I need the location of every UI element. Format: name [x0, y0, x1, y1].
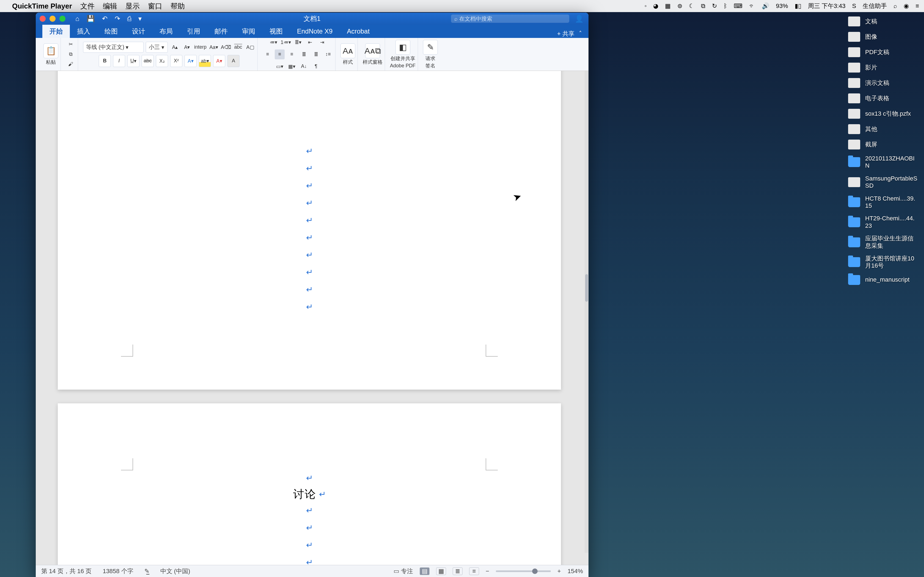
tab-review[interactable]: 审阅 — [235, 25, 262, 38]
qat-more-icon[interactable]: ▾ — [138, 15, 142, 23]
phonetic-icon[interactable]: abc — [233, 42, 243, 52]
desktop-item[interactable]: 文稿 — [848, 16, 919, 26]
bluetooth-icon[interactable]: ᛒ — [724, 2, 727, 10]
fullscreen-window-button[interactable] — [60, 16, 65, 22]
grid-icon[interactable]: ▦ — [665, 2, 671, 10]
copy-icon[interactable]: ⧉ — [66, 50, 76, 59]
italic-button[interactable]: I — [113, 55, 125, 67]
scroll-thumb[interactable] — [585, 274, 588, 302]
spotlight-icon[interactable]: ⌕ — [893, 2, 897, 10]
styles-pane-button[interactable]: Aᴀ⧉ — [365, 44, 380, 58]
char-border-icon[interactable]: A▢ — [245, 42, 255, 52]
desktop-item[interactable]: HT29-Chemi....44.23 — [848, 215, 919, 229]
control-center-icon[interactable]: ≡ — [916, 2, 919, 10]
format-painter-icon[interactable]: 🖌 — [66, 60, 76, 69]
word-count[interactable]: 13858 个字 — [103, 567, 133, 575]
print-layout-view-icon[interactable]: ▤ — [420, 567, 430, 575]
zoom-out-button[interactable]: − — [486, 568, 489, 575]
dec-indent-icon[interactable]: ⇤ — [305, 37, 315, 47]
bullets-icon[interactable]: ≔▾ — [269, 37, 279, 47]
tab-endnote[interactable]: EndNote X9 — [290, 25, 339, 38]
close-window-button[interactable] — [40, 16, 46, 22]
underline-button[interactable]: U▾ — [127, 55, 139, 67]
clear-format-icon[interactable]: A⌫ — [221, 42, 231, 52]
adobe-create-button[interactable]: ◧ — [396, 40, 410, 55]
menu-edit[interactable]: 编辑 — [103, 2, 117, 11]
zoom-thumb[interactable] — [532, 569, 538, 574]
spellcheck-icon[interactable]: ✎̲ — [144, 568, 149, 575]
document-canvas[interactable]: ↵ ↵ ↵ ↵ ↵ ↵ ↵ ↵ ↵ ↵ ↵ 讨论 ↵ — [36, 71, 588, 565]
char-shading-icon[interactable]: A — [228, 55, 239, 67]
s-icon[interactable]: S — [852, 2, 856, 10]
paste-button[interactable]: 📋 — [44, 44, 58, 58]
focus-mode-button[interactable]: ▭ 专注 — [394, 567, 413, 575]
keyboard-icon[interactable]: ⌨ — [734, 2, 743, 10]
adobe-sign-button[interactable]: ✎ — [423, 40, 438, 55]
wifi-icon[interactable]: ᯤ — [749, 2, 755, 10]
zoom-percent[interactable]: 154% — [568, 568, 583, 575]
circle-icon[interactable]: ⊚ — [677, 2, 682, 10]
page-indicator[interactable]: 第 14 页，共 16 页 — [41, 567, 92, 575]
volume-icon[interactable]: 🔊 — [762, 2, 769, 10]
change-case-icon[interactable]: Aa▾ — [209, 42, 219, 52]
menu-file[interactable]: 文件 — [80, 2, 95, 11]
language-indicator[interactable]: 中文 (中国) — [160, 567, 190, 575]
borders-icon[interactable]: ▦▾ — [287, 61, 297, 71]
zoom-in-button[interactable]: + — [557, 568, 561, 575]
desktop-item[interactable]: 图像 — [848, 32, 919, 42]
grow-font-icon[interactable]: A▴ — [170, 42, 180, 52]
font-size-select[interactable]: 小三 ▾ — [146, 42, 168, 53]
tab-home[interactable]: 开始 — [42, 25, 70, 38]
draft-view-icon[interactable]: ≡ — [469, 567, 479, 575]
menu-view[interactable]: 显示 — [125, 2, 140, 11]
web-layout-view-icon[interactable]: ▦ — [436, 567, 446, 575]
siri-icon[interactable]: ◉ — [904, 2, 909, 10]
assistant-label[interactable]: 生信助手 — [863, 2, 887, 10]
print-icon[interactable]: ⎙ — [127, 15, 131, 23]
undo-icon[interactable]: ↶ — [102, 15, 108, 23]
multilist-icon[interactable]: ≣▾ — [293, 37, 303, 47]
desktop-item[interactable]: 厦大图书馆讲座10月16号 — [848, 255, 919, 269]
align-left-icon[interactable]: ≡ — [263, 50, 273, 60]
desktop-item[interactable]: 应届毕业生生源信息采集 — [848, 235, 919, 250]
wechat-icon[interactable]: ◕ — [653, 2, 658, 10]
superscript-button[interactable]: X² — [170, 55, 183, 67]
font-name-select[interactable]: 等线 (中文正文) ▾ — [83, 42, 144, 53]
bold-button[interactable]: B — [99, 55, 111, 67]
layout-icon[interactable]: ⧉ — [701, 2, 705, 10]
desktop-item[interactable]: nine_manuscript — [848, 275, 919, 285]
desktop-item[interactable]: 20210113ZHAOBIN — [848, 155, 919, 169]
desktop-item[interactable]: 演示文稿 — [848, 78, 919, 88]
align-center-icon[interactable]: ≡ — [275, 50, 284, 60]
page-current[interactable]: ↵ 讨论 ↵ ↵ ↵ ↵ ↵ ↵ ↵ ↵ — [58, 403, 561, 565]
zoom-slider[interactable] — [496, 571, 551, 572]
desktop-item[interactable]: 电子表格 — [848, 93, 919, 103]
shading-icon[interactable]: ▭▾ — [275, 61, 284, 71]
tell-me-search[interactable]: ⌕ 在文档中搜索 — [451, 15, 569, 23]
justify-icon[interactable]: ≣ — [299, 50, 309, 60]
inc-indent-icon[interactable]: ⇥ — [317, 37, 327, 47]
desktop-item[interactable]: 影片 — [848, 63, 919, 73]
tab-references[interactable]: 引用 — [180, 25, 207, 38]
account-icon[interactable]: 👤 — [575, 15, 583, 23]
strike-button[interactable]: abc — [142, 55, 154, 67]
desktop-item[interactable]: 截屏 — [848, 140, 919, 150]
tab-design[interactable]: 设计 — [125, 25, 152, 38]
collapse-ribbon-icon[interactable]: ˄ — [579, 30, 582, 37]
tab-draw[interactable]: 绘图 — [97, 25, 125, 38]
share-button[interactable]: + 共享 — [557, 30, 575, 38]
tab-layout[interactable]: 布局 — [152, 25, 180, 38]
align-right-icon[interactable]: ≡ — [287, 50, 297, 60]
vertical-scrollbar[interactable] — [585, 71, 588, 553]
desktop-item[interactable]: SamsungPortableSSD — [848, 175, 919, 190]
page-prev[interactable]: ↵ ↵ ↵ ↵ ↵ ↵ ↵ ↵ ↵ ↵ — [58, 71, 561, 390]
word-titlebar[interactable]: ⌂ 💾 ↶ ↷ ⎙ ▾ 文档1 ⌕ 在文档中搜索 👤 — [36, 13, 588, 25]
timemachine-icon[interactable]: ↻ — [712, 2, 717, 10]
show-marks-icon[interactable]: ¶ — [311, 61, 321, 71]
redo-icon[interactable]: ↷ — [115, 15, 120, 23]
distribute-icon[interactable]: ≣ — [311, 50, 321, 60]
desktop-item[interactable]: HCT8 Chemi....39.15 — [848, 195, 919, 210]
styles-button[interactable]: Aᴀ — [341, 44, 355, 58]
battery-icon[interactable]: ▮▯ — [795, 2, 801, 10]
font-color-icon[interactable]: A▾ — [213, 55, 225, 67]
